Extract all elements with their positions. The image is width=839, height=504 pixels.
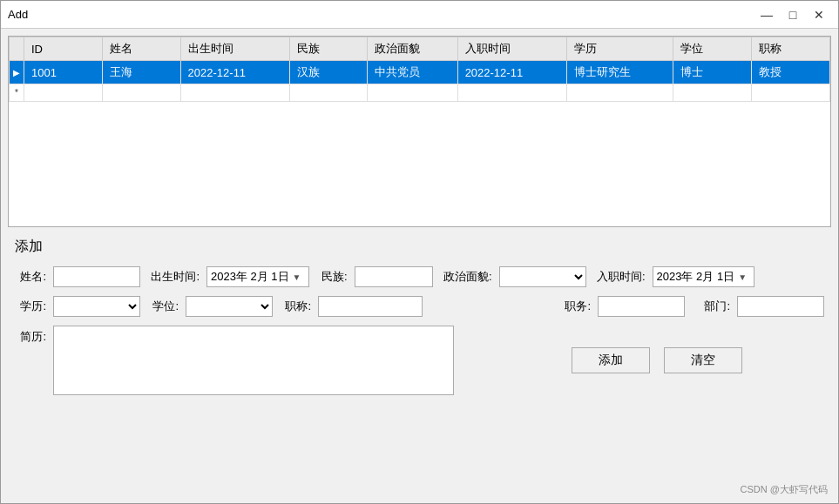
table-header-row: ID 姓名 出生时间 民族 政治面貌 入职时间 学历 学位 职称 — [10, 37, 830, 61]
dept-label: 部门: — [699, 299, 730, 314]
title-input[interactable] — [318, 296, 423, 317]
maximize-button[interactable]: □ — [781, 5, 805, 24]
political-label: 政治面貌: — [440, 269, 492, 285]
ethnic-input[interactable] — [355, 266, 433, 287]
form-row-3: 简历: 添加 清空 — [15, 326, 824, 395]
entry-date-arrow: ▼ — [738, 272, 747, 282]
birth-date-value: 2023年 2月 1日 — [211, 269, 289, 285]
title-bar-controls: — □ ✕ — [754, 5, 831, 24]
clear-button[interactable]: 清空 — [664, 347, 742, 373]
cell-ethnic: 汉族 — [289, 61, 368, 84]
data-table-section: ID 姓名 出生时间 民族 政治面貌 入职时间 学历 学位 职称 ▶1001王海… — [8, 36, 831, 227]
duty-input[interactable] — [598, 296, 685, 317]
col-name: 姓名 — [102, 37, 180, 61]
title-label: 职称: — [280, 299, 311, 314]
row-arrow: * — [10, 84, 24, 102]
table-row[interactable]: * — [10, 84, 830, 102]
name-input[interactable] — [53, 266, 140, 287]
cell-name: 王海 — [102, 61, 180, 84]
degree-label: 学位: — [147, 299, 179, 314]
cell-political: 中共党员 — [368, 61, 457, 84]
minimize-button[interactable]: — — [754, 5, 779, 24]
col-education: 学历 — [566, 37, 673, 61]
resume-textarea[interactable] — [53, 326, 454, 395]
title-bar: Add — □ ✕ — [1, 1, 838, 29]
col-degree: 学位 — [673, 37, 752, 61]
col-arrow — [10, 37, 24, 61]
form-row-1: 姓名: 出生时间: 2023年 2月 1日 ▼ 民族: 政治面貌: 中共党员 共… — [15, 266, 824, 287]
cell-name — [102, 84, 180, 102]
form-row-2: 学历: 博士研究生 硕士研究生 本科 专科 学位: 博士 硕士 学士 — [15, 296, 824, 317]
window-title: Add — [8, 8, 754, 21]
cell-education — [566, 84, 673, 102]
add-button[interactable]: 添加 — [572, 347, 650, 373]
ethnic-label: 民族: — [316, 269, 348, 285]
section-title: 添加 — [15, 238, 824, 256]
col-title: 职称 — [752, 37, 830, 61]
data-table: ID 姓名 出生时间 民族 政治面貌 入职时间 学历 学位 职称 ▶1001王海… — [9, 37, 830, 102]
form-rows: 姓名: 出生时间: 2023年 2月 1日 ▼ 民族: 政治面貌: 中共党员 共… — [15, 266, 824, 395]
cell-birth: 2022-12-11 — [180, 61, 289, 84]
main-content: ID 姓名 出生时间 民族 政治面貌 入职时间 学历 学位 职称 ▶1001王海… — [1, 29, 838, 503]
add-section: 添加 姓名: 出生时间: 2023年 2月 1日 ▼ 民族: 政治面貌: — [8, 234, 831, 496]
cell-degree — [673, 84, 752, 102]
col-ethnic: 民族 — [289, 37, 368, 61]
cell-political — [368, 84, 457, 102]
cell-ethnic — [289, 84, 368, 102]
col-id: ID — [24, 37, 103, 61]
dept-input[interactable] — [737, 296, 824, 317]
watermark: CSDN @大虾写代码 — [741, 483, 828, 496]
action-buttons: 添加 清空 — [572, 347, 742, 373]
row-arrow: ▶ — [10, 61, 24, 84]
close-button[interactable]: ✕ — [807, 5, 831, 24]
cell-entry — [457, 84, 566, 102]
entry-date-picker[interactable]: 2023年 2月 1日 ▼ — [653, 266, 755, 287]
entry-date-value: 2023年 2月 1日 — [657, 269, 735, 285]
cell-birth — [180, 84, 289, 102]
cell-education: 博士研究生 — [566, 61, 673, 84]
degree-select[interactable]: 博士 硕士 学士 — [186, 296, 273, 317]
table-row[interactable]: ▶1001王海2022-12-11汉族中共党员2022-12-11博士研究生博士… — [10, 61, 830, 84]
birth-date-arrow: ▼ — [293, 272, 301, 282]
entry-label: 入职时间: — [593, 269, 646, 285]
duty-label: 职务: — [559, 299, 591, 314]
cell-id — [24, 84, 103, 102]
cell-title: 教授 — [752, 61, 830, 84]
col-birth: 出生时间 — [180, 37, 289, 61]
col-political: 政治面貌 — [368, 37, 457, 61]
name-label: 姓名: — [15, 269, 46, 285]
cell-id: 1001 — [24, 61, 103, 84]
cell-entry: 2022-12-11 — [457, 61, 566, 84]
main-window: Add — □ ✕ ID 姓名 出生时间 民族 政治面貌 入职时间 — [0, 0, 839, 504]
birth-date-picker[interactable]: 2023年 2月 1日 ▼ — [206, 266, 309, 287]
cell-title — [752, 84, 830, 102]
education-label: 学历: — [15, 299, 46, 314]
col-entry: 入职时间 — [457, 37, 566, 61]
birth-label: 出生时间: — [147, 269, 200, 285]
resume-label: 简历: — [15, 329, 46, 345]
cell-degree: 博士 — [673, 61, 752, 84]
political-select[interactable]: 中共党员 共青团员 群众 — [499, 266, 586, 287]
education-select[interactable]: 博士研究生 硕士研究生 本科 专科 — [53, 296, 140, 317]
